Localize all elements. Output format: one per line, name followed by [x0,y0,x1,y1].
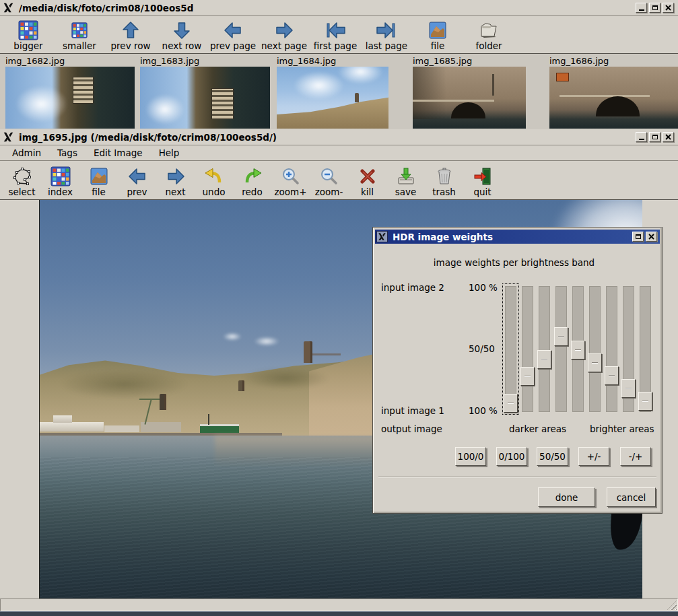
slider-handle[interactable] [537,350,551,369]
red-cross-icon [358,166,378,186]
thumbnail-img-1682[interactable]: img_1682.jpg [5,54,135,129]
weight-slider-band-9[interactable] [640,286,651,412]
save-button[interactable]: save [386,166,425,197]
menu-edit-image[interactable]: Edit Image [86,146,151,160]
next-row-button[interactable]: next row [156,20,207,51]
thumbnails-grid-icon [50,166,71,186]
maximize-button[interactable] [632,232,644,242]
thumbnail-image[interactable] [549,67,678,129]
label-brighter-areas: brighter areas [590,423,654,434]
resize-grip[interactable] [667,601,677,610]
dialog-heading: image weights per brightness band [373,257,655,268]
slider-handle[interactable] [520,367,535,386]
weight-slider-band-4[interactable] [555,286,567,412]
thumbnail-img-1686[interactable]: img_1686.jpg [549,54,678,129]
editor-titlebar[interactable]: img_1695.jpg (/media/disk/foto/crim08/10… [0,129,678,145]
thumbnail-image[interactable] [5,67,135,129]
x11-logo-icon [376,231,388,242]
label-input-image-1: input image 1 [381,405,444,416]
close-button[interactable] [663,132,674,142]
slider-handle[interactable] [621,379,636,398]
image-file-icon [428,20,448,40]
last-page-button[interactable]: last page [361,20,412,51]
undo-button[interactable]: undo [195,166,233,197]
prev-row-button[interactable]: prev row [105,20,156,51]
close-button[interactable] [646,232,657,242]
weight-slider-band-1[interactable] [505,286,516,412]
select-button[interactable]: select [3,166,41,197]
thumbnail-img-1684[interactable]: img_1684.jpg [277,54,388,129]
weight-slider-band-8[interactable] [623,286,634,412]
file-button[interactable]: file [412,20,463,51]
arrow-left-icon [127,166,147,186]
thumbnail-image[interactable] [277,67,388,129]
thumbnail-image[interactable] [413,67,526,129]
cancel-button[interactable]: cancel [607,487,656,507]
label-input-image-2: input image 2 [381,282,444,293]
dialog-separator [378,477,656,478]
thumbnail-image[interactable] [140,67,270,129]
arrow-left-icon [223,20,243,40]
photo-fortress-tower [304,341,312,363]
arrow-right-icon [274,20,294,40]
minimize-button[interactable] [636,3,647,13]
weight-slider-band-6[interactable] [589,286,601,412]
menu-tags[interactable]: Tags [49,146,86,160]
slider-handle[interactable] [605,366,619,385]
thumbnail-img-1685[interactable]: img_1685.jpg [413,54,526,129]
browser-window: /media/disk/foto/crim08/100eos5d bigger … [0,0,678,129]
trash-button[interactable]: trash [425,166,463,197]
weight-slider-band-3[interactable] [539,286,550,412]
slider-handle[interactable] [638,392,652,411]
next-button[interactable]: next [156,166,195,197]
slider-handle[interactable] [504,394,518,413]
weight-slider-band-7[interactable] [606,286,617,412]
browser-titlebar[interactable]: /media/disk/foto/crim08/100eos5d [0,0,678,16]
menu-help[interactable]: Help [151,146,188,160]
slider-handle[interactable] [554,327,568,346]
weight-slider-band-5[interactable] [572,286,584,412]
kill-button[interactable]: kill [348,166,386,197]
hdr-weights-dialog: HDR image weights image weights per brig… [372,227,663,514]
maximize-button[interactable] [649,3,660,13]
undo-arrow-icon [204,166,224,186]
thumbnail-img-1683[interactable]: img_1683.jpg [140,54,270,129]
file-button[interactable]: file [79,166,118,197]
slider-handle[interactable] [571,341,585,360]
quit-button[interactable]: quit [463,166,502,197]
weight-slider-band-2[interactable] [522,286,533,412]
dialog-titlebar[interactable]: HDR image weights [375,230,660,244]
prev-page-button[interactable]: prev page [207,20,259,51]
trash-can-icon [434,166,454,186]
preset-minus-plus-button[interactable]: -/+ [620,447,651,466]
exit-door-icon [473,166,493,186]
folder-button[interactable]: folder [463,20,514,51]
thumbnail-filename: img_1686.jpg [549,56,609,66]
menu-admin[interactable]: Admin [4,146,49,160]
magnifier-plus-icon [281,166,301,186]
close-button[interactable] [663,3,674,13]
editor-menubar: Admin Tags Edit Image Help [0,145,678,161]
close-icon [648,234,654,240]
prev-button[interactable]: prev [118,166,156,197]
preset-plus-minus-button[interactable]: +/- [578,447,609,466]
redo-button[interactable]: redo [233,166,271,197]
first-page-button[interactable]: first page [310,20,361,51]
slider-handle[interactable] [588,353,602,372]
maximize-button[interactable] [649,132,660,142]
minimize-button[interactable] [636,132,647,142]
preset-0-100-button[interactable]: 0/100 [496,447,527,466]
zoom-in-button[interactable]: zoom+ [271,166,310,197]
thumbnail-filename: img_1684.jpg [277,56,336,66]
label-output-image: output image [381,423,442,434]
smaller-button[interactable]: smaller [54,20,105,51]
zoom-out-button[interactable]: zoom- [310,166,348,197]
done-button[interactable]: done [538,487,595,507]
editor-window-title: img_1695.jpg (/media/disk/foto/crim08/10… [19,132,636,143]
index-button[interactable]: index [41,166,79,197]
browser-toolbar: bigger smaller prev row next row prev pa… [0,16,678,54]
preset-100-0-button[interactable]: 100/0 [455,447,486,466]
next-page-button[interactable]: next page [259,20,310,51]
preset-50-50-button[interactable]: 50/50 [537,447,568,466]
bigger-button[interactable]: bigger [3,20,54,51]
